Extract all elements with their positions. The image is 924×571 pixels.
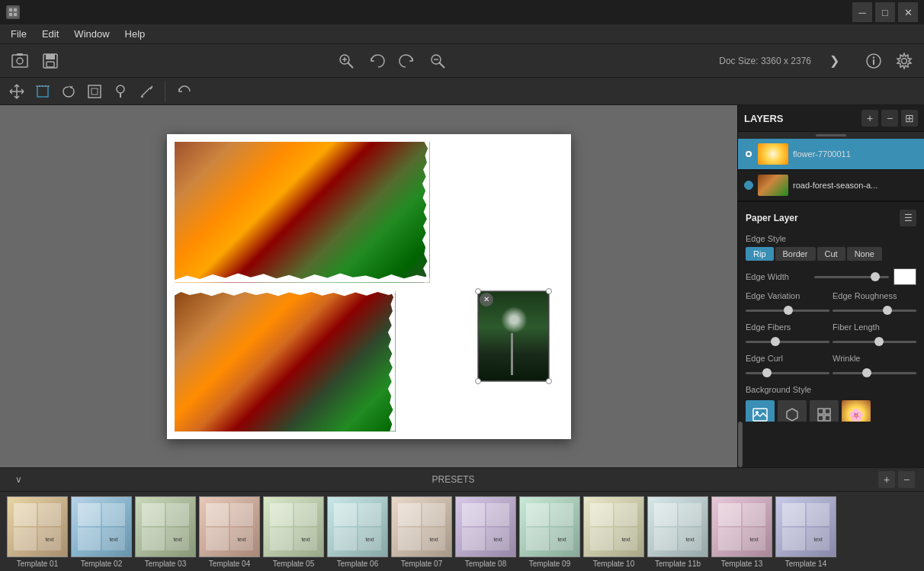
paper-layer-options[interactable]: ☰ xyxy=(900,210,916,226)
template-item-t04[interactable]: text Template 04 xyxy=(198,496,261,568)
template-item-t02[interactable]: text Template 02 xyxy=(70,496,133,568)
template-item-t01[interactable]: text Template 01 xyxy=(6,496,69,568)
wrinkle-slider[interactable] xyxy=(833,367,916,379)
template-thumb-t02: text xyxy=(71,496,132,557)
edge-fibers-slider[interactable] xyxy=(746,335,829,348)
edge-curl-label: Edge Curl xyxy=(746,354,829,363)
menu-file[interactable]: File xyxy=(3,27,34,41)
selected-image[interactable]: ✕ xyxy=(477,290,550,382)
svg-rect-4 xyxy=(14,13,17,16)
edge-style-cut[interactable]: Cut xyxy=(817,247,845,261)
menu-edit[interactable]: Edit xyxy=(34,27,66,41)
bg-style-image-button[interactable] xyxy=(746,400,775,422)
edge-roughness-slider-group: Edge Roughness xyxy=(833,291,916,316)
layer-visibility-dot-1[interactable] xyxy=(744,149,753,159)
template-item-t13[interactable]: text Template 13 xyxy=(711,496,773,568)
template-item-t05[interactable]: text Template 05 xyxy=(262,496,325,568)
layers-add-button[interactable]: + xyxy=(861,110,878,127)
edge-style-buttons: Rip Border Cut None xyxy=(746,247,916,261)
info-button[interactable] xyxy=(860,47,887,75)
layer-name-1: flower-7700011 xyxy=(793,149,851,159)
layer-item-forest[interactable]: road-forest-season-a... xyxy=(738,170,924,201)
resize-handle-bl[interactable] xyxy=(475,378,481,384)
brush-tool[interactable] xyxy=(110,81,131,102)
edge-style-border[interactable]: Border xyxy=(775,247,816,261)
photo-button[interactable] xyxy=(6,47,34,75)
edge-fibers-slider-group: Edge Fibers xyxy=(746,322,829,348)
presets-add-button[interactable]: + xyxy=(878,471,895,488)
resize-handle-tl[interactable] xyxy=(475,288,481,294)
zoom-out-button[interactable] xyxy=(424,47,451,75)
layers-scrollbar[interactable] xyxy=(738,422,743,467)
redo-button[interactable] xyxy=(393,47,421,75)
template-item-t11[interactable]: text Template 11b xyxy=(646,496,709,568)
template-item-t09[interactable]: text Template 09 xyxy=(518,496,581,568)
template-item-t07[interactable]: text Template 07 xyxy=(390,496,453,568)
template-item-t06[interactable]: text Template 06 xyxy=(326,496,389,568)
canvas: ✕ xyxy=(167,134,571,439)
layers-remove-button[interactable]: − xyxy=(881,110,898,127)
svg-line-28 xyxy=(141,88,150,97)
template-item-t08[interactable]: text Template 08 xyxy=(454,496,517,568)
edge-style-rip[interactable]: Rip xyxy=(746,247,774,261)
menu-help[interactable]: Help xyxy=(117,27,153,41)
layer-visibility-dot-2[interactable] xyxy=(744,181,753,190)
presets-header: ∨ PRESETS + − xyxy=(0,468,924,492)
resize-handle-tr[interactable] xyxy=(546,288,552,294)
template-label-t05: Template 05 xyxy=(273,560,314,568)
rotate-tool[interactable] xyxy=(173,81,194,102)
edge-variation-slider[interactable] xyxy=(746,304,829,316)
presets-remove-button[interactable]: − xyxy=(898,471,915,488)
minimize-button[interactable]: ─ xyxy=(852,2,872,22)
mask-tool[interactable] xyxy=(84,81,105,102)
edge-width-slider[interactable] xyxy=(814,271,889,283)
layers-scrollbar-thumb[interactable] xyxy=(738,422,743,467)
edge-variation-slider-group: Edge Variation xyxy=(746,291,829,316)
undo-button[interactable] xyxy=(363,47,390,75)
menu-window[interactable]: Window xyxy=(66,27,117,41)
lasso-tool[interactable] xyxy=(58,81,79,102)
canvas-area[interactable]: 佛系软件 https://foxi.com 佛系软件 https://foxi.… xyxy=(0,105,737,467)
template-label-t09: Template 09 xyxy=(529,560,570,568)
settings-button[interactable] xyxy=(890,47,918,75)
template-item-t10[interactable]: text Template 10 xyxy=(582,496,645,568)
title-bar-left xyxy=(6,5,20,19)
bg-style-pattern-button[interactable] xyxy=(810,400,839,422)
save-button[interactable] xyxy=(37,47,64,75)
template-item-t14[interactable]: text Template 14 xyxy=(775,496,837,568)
presets-scroll-area[interactable]: text Template 01 text Template 02 text T… xyxy=(0,492,924,571)
edge-fibers-length-row: Edge Fibers Fiber Length xyxy=(746,322,916,348)
template-thumb-t05: text xyxy=(263,496,324,557)
template-thumb-t03: text xyxy=(135,496,196,557)
expand-panel-button[interactable]: ❯ xyxy=(820,47,848,75)
template-thumb-t01: text xyxy=(7,496,68,557)
move-tool[interactable] xyxy=(6,81,27,102)
fiber-length-slider[interactable] xyxy=(833,335,916,348)
template-label-t06: Template 06 xyxy=(337,560,378,568)
template-label-t13: Template 13 xyxy=(721,560,762,568)
edge-curl-slider[interactable] xyxy=(746,367,829,379)
presets-collapse-button[interactable]: ∨ xyxy=(9,471,28,488)
pen-tool[interactable] xyxy=(136,81,157,102)
svg-rect-3 xyxy=(9,13,12,16)
template-thumb-t07: text xyxy=(391,496,452,557)
template-label-t04: Template 04 xyxy=(209,560,250,568)
template-item-t03[interactable]: text Template 03 xyxy=(134,496,197,568)
crop-tool[interactable] xyxy=(32,81,53,102)
maximize-button[interactable]: □ xyxy=(875,2,895,22)
edge-style-none[interactable]: None xyxy=(847,247,882,261)
zoom-in-button[interactable] xyxy=(332,47,360,75)
edge-width-color-swatch[interactable] xyxy=(894,268,916,285)
paper-layer-section: Paper Layer ☰ Edge Style Rip Border Cut … xyxy=(738,201,924,422)
svg-rect-22 xyxy=(37,86,48,97)
bg-style-color-button[interactable] xyxy=(778,400,807,422)
main-area: 佛系软件 https://foxi.com 佛系软件 https://foxi.… xyxy=(0,105,924,467)
tools-row xyxy=(0,78,924,105)
close-button[interactable]: ✕ xyxy=(898,2,918,22)
layers-options-button[interactable]: ⊞ xyxy=(901,110,918,127)
edge-roughness-slider[interactable] xyxy=(833,304,916,316)
resize-handle-br[interactable] xyxy=(546,378,552,384)
image-close-button[interactable]: ✕ xyxy=(480,293,493,306)
edge-curl-wrinkle-row: Edge Curl Wrinkle xyxy=(746,354,916,379)
layer-item-flower[interactable]: flower-7700011 xyxy=(738,139,924,170)
